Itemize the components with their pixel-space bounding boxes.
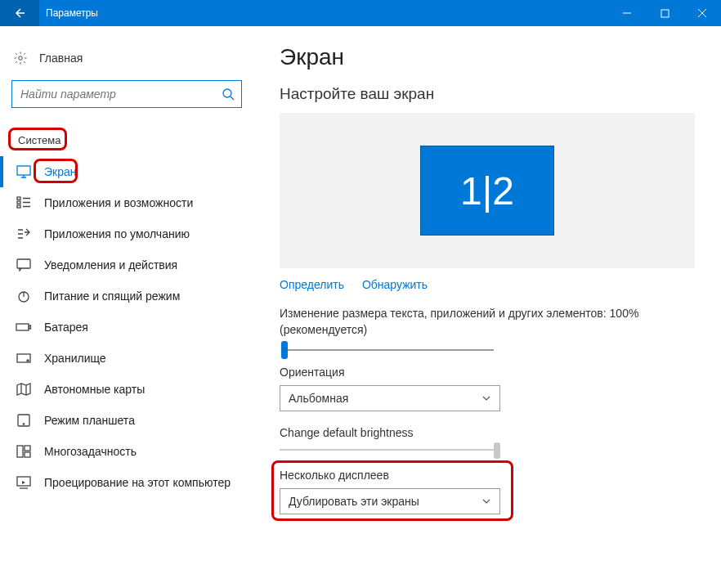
- multi-display-label: Несколько дисплеев: [280, 469, 695, 482]
- home-label: Главная: [39, 52, 83, 65]
- nav-item-tablet-mode[interactable]: Режим планшета: [0, 405, 253, 436]
- nav-item-projecting[interactable]: Проецирование на этот компьютер: [0, 467, 253, 498]
- brightness-slider[interactable]: [280, 449, 500, 451]
- project-icon: [15, 475, 33, 490]
- svg-rect-6: [17, 205, 20, 208]
- slider-thumb[interactable]: [494, 442, 500, 459]
- multitask-icon: [15, 444, 33, 459]
- nav-item-storage[interactable]: Хранилище: [0, 343, 253, 374]
- svg-point-14: [23, 424, 24, 424]
- nav-item-battery[interactable]: Батарея: [0, 312, 253, 343]
- search-input[interactable]: [19, 87, 222, 101]
- identify-link[interactable]: Определить: [280, 278, 344, 291]
- window-title: Параметры: [46, 0, 98, 26]
- nav-item-label: Уведомления и действия: [44, 258, 177, 272]
- svg-point-12: [27, 360, 29, 361]
- nav-item-default-apps[interactable]: Приложения по умолчанию: [0, 218, 253, 249]
- chevron-down-icon: [481, 393, 491, 403]
- nav-list: Экран Приложения и возможности Приложени…: [0, 156, 253, 498]
- scale-slider[interactable]: [281, 349, 494, 351]
- back-button[interactable]: [0, 0, 39, 26]
- storage-icon: [15, 351, 33, 366]
- maximize-button[interactable]: [646, 0, 683, 26]
- defaults-icon: [15, 227, 33, 241]
- nav-item-label: Приложения по умолчанию: [44, 227, 190, 240]
- svg-rect-0: [661, 10, 669, 17]
- main-content: Экран Настройте ваш экран 1|2 Определить…: [253, 26, 721, 588]
- nav-item-label: Режим планшета: [44, 414, 135, 427]
- svg-rect-16: [25, 446, 30, 451]
- chevron-down-icon: [481, 496, 491, 506]
- detect-link[interactable]: Обнаружить: [362, 278, 428, 291]
- svg-rect-9: [16, 324, 29, 330]
- page-subtitle: Настройте ваш экран: [280, 85, 695, 103]
- search-icon: [222, 88, 235, 101]
- orientation-value: Альбомная: [289, 392, 348, 405]
- display-preview[interactable]: 1|2: [280, 113, 695, 268]
- nav-item-label: Батарея: [44, 321, 88, 334]
- orientation-dropdown[interactable]: Альбомная: [280, 385, 500, 411]
- multi-display-dropdown[interactable]: Дублировать эти экраны: [280, 488, 500, 514]
- scale-label: Изменение размера текста, приложений и д…: [280, 306, 695, 338]
- nav-item-notifications[interactable]: Уведомления и действия: [0, 249, 253, 281]
- svg-rect-18: [17, 477, 30, 486]
- nav-item-label: Экран: [44, 165, 77, 178]
- display-box-merged[interactable]: 1|2: [420, 146, 554, 236]
- close-button[interactable]: [683, 0, 721, 26]
- svg-rect-5: [17, 201, 20, 204]
- nav-item-multitasking[interactable]: Многозадачность: [0, 436, 253, 467]
- brightness-block: Change default brightness: [280, 426, 695, 451]
- orientation-block: Ориентация Альбомная: [280, 366, 695, 411]
- page-title: Экран: [280, 44, 695, 70]
- nav-item-label: Питание и спящий режим: [44, 290, 180, 303]
- monitor-icon: [15, 164, 33, 179]
- multi-display-value: Дублировать эти экраны: [289, 495, 419, 508]
- category-label: Система: [0, 113, 75, 153]
- brightness-label: Change default brightness: [280, 426, 695, 439]
- home-nav[interactable]: Главная: [0, 46, 253, 70]
- nav-item-label: Хранилище: [44, 352, 106, 365]
- svg-rect-10: [29, 325, 31, 329]
- svg-rect-17: [25, 452, 30, 457]
- map-icon: [15, 382, 33, 397]
- close-icon: [697, 8, 707, 18]
- nav-item-label: Многозадачность: [44, 445, 137, 458]
- power-icon: [15, 289, 33, 303]
- battery-icon: [15, 320, 33, 334]
- nav-item-label: Автономные карты: [44, 383, 145, 396]
- arrow-left-icon: [13, 7, 26, 20]
- orientation-label: Ориентация: [280, 366, 695, 379]
- minimize-button[interactable]: [608, 0, 646, 26]
- nav-item-apps-features[interactable]: Приложения и возможности: [0, 187, 253, 218]
- svg-rect-4: [17, 197, 20, 200]
- nav-item-power-sleep[interactable]: Питание и спящий режим: [0, 281, 253, 312]
- nav-item-label: Проецирование на этот компьютер: [44, 476, 231, 489]
- svg-point-1: [19, 56, 23, 61]
- slider-thumb[interactable]: [281, 341, 288, 359]
- svg-rect-7: [17, 259, 30, 268]
- titlebar: Параметры: [0, 0, 721, 26]
- svg-rect-3: [17, 166, 30, 175]
- list-icon: [15, 195, 33, 210]
- gear-icon: [13, 51, 28, 65]
- svg-rect-15: [17, 446, 23, 457]
- scale-block: Изменение размера текста, приложений и д…: [280, 306, 695, 351]
- multi-display-block: Несколько дисплеев Дублировать эти экран…: [280, 469, 695, 514]
- nav-item-label: Приложения и возможности: [44, 196, 193, 209]
- chat-icon: [15, 258, 33, 272]
- sidebar: Главная Система Экран: [0, 26, 253, 588]
- maximize-icon: [661, 9, 670, 18]
- minimize-icon: [622, 8, 632, 18]
- svg-point-2: [223, 89, 231, 97]
- nav-item-offline-maps[interactable]: Автономные карты: [0, 374, 253, 405]
- nav-item-display[interactable]: Экран: [0, 156, 253, 187]
- search-box[interactable]: [11, 80, 242, 108]
- tablet-icon: [15, 413, 33, 428]
